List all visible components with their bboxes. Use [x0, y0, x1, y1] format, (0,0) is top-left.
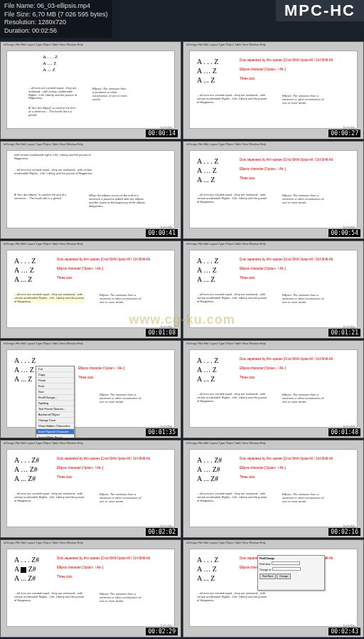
ctx-paste[interactable]: Paste	[36, 378, 74, 384]
az-sample: A . . . Z	[43, 54, 58, 60]
red-annotation: Three dots	[240, 276, 255, 280]
red-annotation: Dots separated by thin spaces [Cmd-Shift…	[240, 58, 333, 62]
ctx-case[interactable]: Change Case	[36, 418, 74, 423]
az-sample: A Z#	[14, 564, 39, 574]
az-sample: A ... Z	[43, 67, 58, 73]
document-canvas: A . . . Z# A Z# A ... Z# Dots separated …	[6, 549, 175, 627]
dialog-title: Find/Change	[259, 557, 323, 560]
thumbnail-grid: InDesign File Edit Layout Type Object Ta…	[0, 41, 364, 638]
az-sample: A … Z#	[14, 465, 39, 474]
file-info-panel: File Name: 06_03-ellipsis.mp4 File Size:…	[0, 0, 112, 38]
timestamp: 00:02:43	[328, 628, 360, 635]
ctx-font[interactable]: Font	[36, 384, 74, 389]
ctx-anchored[interactable]: Anchored Object	[36, 412, 74, 418]
body-text: …all men are created equal…they are endo…	[197, 194, 268, 204]
ctx-copy[interactable]: Copy	[36, 372, 74, 378]
ctx-cut[interactable]: Cut	[36, 366, 74, 372]
thumbnail-3[interactable]: InDesign File Edit Layout Type Object Ta…	[0, 141, 181, 239]
file-name: 06_03-ellipsis.mp4	[37, 2, 90, 9]
az-sample: A … Z	[43, 60, 58, 67]
ctx-find[interactable]: Find/Change...	[36, 395, 74, 401]
az-sample: A ... Z	[197, 374, 218, 384]
player-title: MPC-HC	[276, 0, 364, 21]
az-sample: A ... Z#	[197, 474, 222, 483]
find-label: Find what:	[259, 563, 271, 566]
az-sample: A … Z	[14, 265, 36, 275]
file-res: 1280x720	[38, 19, 67, 26]
document-canvas: with certain unalienable rights. Life, L…	[6, 150, 175, 228]
change-input[interactable]	[272, 567, 301, 571]
ellipsis-def: Ellipsis: The omission from a sentence o…	[282, 293, 325, 304]
az-sample: A … Z#	[197, 465, 222, 474]
file-dur: 00:02:56	[32, 27, 57, 34]
red-annotation: Dots separated by thin spaces [Cmd-Shift…	[240, 457, 333, 460]
red-annotation: Ellipsis character [Option-; / Alt-;]	[240, 366, 286, 370]
ellipsis-def: Ellipsis: The omission from a sentence o…	[100, 293, 142, 304]
thumbnail-4[interactable]: InDesign File Edit Layout Type Object Ta…	[183, 141, 364, 239]
thumbnail-12[interactable]: InDesign File Edit Layout Type Object Ta…	[183, 539, 364, 638]
change-button[interactable]: Change	[277, 574, 291, 579]
red-annotation: Ellipsis character [Option-; / Alt-;]	[240, 267, 286, 270]
app-menubar: InDesign File Edit Layout Type Object Ta…	[4, 441, 83, 445]
document-canvas: A . . . Z A … Z A ... Z Dots separated b…	[189, 51, 358, 129]
body-text: …all men are created equal…they are endo…	[28, 87, 78, 100]
red-annotation: Three dots	[240, 176, 255, 180]
timestamp: 00:01:08	[146, 329, 178, 337]
thumbnail-6[interactable]: InDesign File Edit Layout Type Object Ta…	[183, 241, 364, 339]
ctx-special-char[interactable]: Insert Special Character	[36, 429, 74, 435]
app-menubar: InDesign File Edit Layout Type Object Ta…	[4, 541, 83, 544]
ctx-size[interactable]: Size	[36, 389, 74, 395]
ellipsis-def: Ellipsis: The omission from a sentence o…	[282, 94, 325, 105]
document-canvas: A . . . Z A … Z A ... Z Dots separated b…	[189, 150, 358, 228]
file-dur-label: Duration:	[4, 27, 31, 34]
timestamp: 00:02:16	[328, 528, 360, 536]
thumbnail-2[interactable]: InDesign File Edit Layout Type Object Ta…	[183, 41, 364, 139]
timestamp: 00:00:41	[146, 229, 178, 237]
thumbnail-9[interactable]: InDesign File Edit Layout Type Object Ta…	[0, 440, 181, 538]
app-menubar: InDesign File Edit Layout Type Object Ta…	[186, 43, 266, 46]
red-annotation: Ellipsis character [Option-; / Alt-;]	[240, 466, 286, 470]
az-sample: A ... Z	[197, 75, 218, 85]
find-next-button[interactable]: Find Next	[259, 574, 276, 579]
ellipsis-def: Ellipsis: The omission from a sentence o…	[100, 393, 142, 403]
az-sample: A ... Z	[197, 574, 218, 583]
ellipsis-def: Ellipsis: The omission from a sentence o…	[282, 492, 325, 503]
red-annotation: Three dots	[240, 376, 255, 379]
ctx-tfo[interactable]: Text Frame Options...	[36, 406, 74, 412]
timestamp: 00:02:29	[146, 628, 178, 635]
thumbnail-11[interactable]: InDesign File Edit Layout Type Object Ta…	[0, 539, 181, 638]
body-text: …all men are created equal…they are endo…	[14, 169, 100, 176]
thumbnail-10[interactable]: InDesign File Edit Layout Type Object Ta…	[183, 440, 364, 538]
ctx-whitespace[interactable]: Insert White Space	[36, 435, 74, 438]
app-menubar: InDesign File Edit Layout Type Object Ta…	[186, 142, 266, 146]
thumbnail-7[interactable]: InDesign File Edit Layout Type Object Ta…	[0, 340, 181, 438]
timestamp: 00:01:35	[146, 428, 178, 436]
az-sample: A ... Z	[14, 275, 36, 284]
ellipsis-def: Ellipsis: The omission from a sentence o…	[100, 592, 142, 603]
find-change-dialog[interactable]: Find/Change Find what: Change to: Find N…	[257, 555, 325, 591]
red-annotation: Ellipsis character [Option-; / Alt-;]	[57, 566, 103, 569]
context-menu[interactable]: Cut Copy Paste Font Size Find/Change... …	[36, 366, 75, 438]
thumbnail-1[interactable]: InDesign File Edit Layout Type Object Ta…	[0, 41, 181, 139]
red-annotation: Dots separated by thin spaces [Cmd-Shift…	[57, 457, 150, 460]
thumbnail-5[interactable]: InDesign File Edit Layout Type Object Ta…	[0, 241, 181, 339]
az-sample: A ... Z#	[14, 474, 39, 483]
ctx-hidden[interactable]: Show Hidden Characters	[36, 423, 74, 429]
document-canvas: A . . . Z A … Z A ... Z Cut Copy Paste F…	[6, 349, 175, 428]
red-annotation: Dots separated by thin spaces [Cmd-Shift…	[57, 556, 150, 560]
thumbnail-8[interactable]: InDesign File Edit Layout Type Object Ta…	[183, 340, 364, 438]
body-text: A "four dot ellipsis" is used at the end…	[28, 107, 78, 117]
red-annotation: Dots separated by thin spaces [Cmd-Shift…	[240, 357, 333, 361]
red-annotation: Dots separated by thin spaces [Cmd-Shift…	[240, 258, 333, 261]
az-sample: A . . . Z	[197, 555, 218, 564]
red-annotation: Three dots	[57, 276, 73, 280]
body-text: …all men are created equal…they are endo…	[197, 293, 268, 303]
az-sample: A . . . Z	[197, 157, 218, 166]
find-input[interactable]	[272, 561, 300, 565]
az-sample: A . . . Z	[197, 356, 218, 365]
app-menubar: InDesign File Edit Layout Type Object Ta…	[186, 242, 266, 245]
az-sample: A … Z	[197, 66, 218, 75]
ctx-spelling[interactable]: Spelling	[36, 401, 74, 406]
ellipsis-def: Ellipsis: The omission from a sentence o…	[282, 393, 325, 403]
file-size: 6,70 MB (7 026 595 bytes)	[33, 11, 108, 18]
